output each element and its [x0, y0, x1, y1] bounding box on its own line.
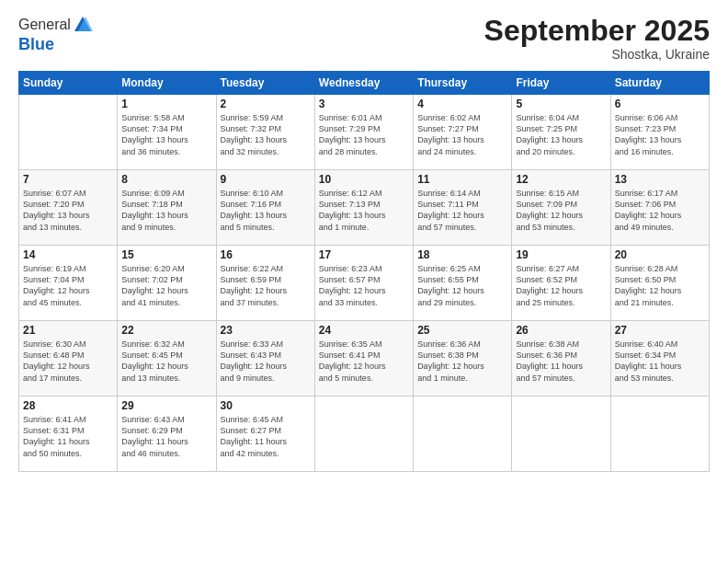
day-number: 9 [221, 173, 311, 186]
day-info: Sunrise: 6:17 AMSunset: 7:06 PMDaylight:… [615, 188, 705, 233]
day-info: Sunrise: 6:25 AMSunset: 6:55 PMDaylight:… [417, 263, 507, 308]
day-number: 3 [319, 98, 409, 110]
day-info: Sunrise: 6:43 AMSunset: 6:29 PMDaylight:… [121, 414, 211, 459]
day-info: Sunrise: 6:12 AMSunset: 7:13 PMDaylight:… [319, 188, 409, 233]
header-tuesday: Tuesday [216, 72, 314, 95]
header-thursday: Thursday [414, 72, 512, 95]
day-number: 24 [319, 324, 409, 337]
table-row: 29Sunrise: 6:43 AMSunset: 6:29 PMDayligh… [118, 396, 216, 472]
day-number: 11 [417, 173, 507, 186]
table-row: 3Sunrise: 6:01 AMSunset: 7:29 PMDaylight… [314, 95, 413, 170]
table-row: 30Sunrise: 6:45 AMSunset: 6:27 PMDayligh… [216, 396, 314, 472]
day-number: 30 [221, 399, 311, 412]
calendar-week-row: 7Sunrise: 6:07 AMSunset: 7:20 PMDaylight… [19, 170, 710, 246]
day-number: 7 [23, 173, 113, 186]
day-info: Sunrise: 6:14 AMSunset: 7:11 PMDaylight:… [417, 188, 507, 233]
table-row: 4Sunrise: 6:02 AMSunset: 7:27 PMDaylight… [414, 95, 512, 170]
table-row: 6Sunrise: 6:06 AMSunset: 7:23 PMDaylight… [610, 95, 709, 170]
calendar-week-row: 14Sunrise: 6:19 AMSunset: 7:04 PMDayligh… [19, 246, 710, 321]
calendar-week-row: 1Sunrise: 5:58 AMSunset: 7:34 PMDaylight… [19, 95, 710, 170]
logo-blue-text: Blue [18, 35, 54, 53]
table-row: 17Sunrise: 6:23 AMSunset: 6:57 PMDayligh… [314, 246, 413, 321]
table-row: 10Sunrise: 6:12 AMSunset: 7:13 PMDayligh… [314, 170, 413, 246]
table-row: 1Sunrise: 5:58 AMSunset: 7:34 PMDaylight… [118, 95, 216, 170]
page: General Blue September 2025 Shostka, Ukr… [0, 0, 728, 563]
table-row: 5Sunrise: 6:04 AMSunset: 7:25 PMDaylight… [512, 95, 610, 170]
day-number: 14 [23, 248, 113, 261]
table-row: 22Sunrise: 6:32 AMSunset: 6:45 PMDayligh… [118, 321, 216, 396]
table-row: 8Sunrise: 6:09 AMSunset: 7:18 PMDaylight… [118, 170, 216, 246]
day-number: 16 [221, 248, 311, 261]
day-number: 20 [615, 248, 705, 261]
day-number: 13 [615, 173, 705, 186]
day-info: Sunrise: 6:23 AMSunset: 6:57 PMDaylight:… [319, 263, 409, 308]
day-number: 10 [319, 173, 409, 186]
day-number: 26 [516, 324, 606, 337]
table-row: 7Sunrise: 6:07 AMSunset: 7:20 PMDaylight… [19, 170, 118, 246]
day-info: Sunrise: 6:06 AMSunset: 7:23 PMDaylight:… [615, 112, 705, 157]
day-info: Sunrise: 6:09 AMSunset: 7:18 PMDaylight:… [121, 188, 211, 233]
day-number: 19 [516, 248, 606, 261]
day-info: Sunrise: 6:45 AMSunset: 6:27 PMDaylight:… [221, 414, 311, 459]
day-info: Sunrise: 6:35 AMSunset: 6:41 PMDaylight:… [319, 339, 409, 384]
logo: General Blue [18, 15, 93, 54]
day-number: 1 [121, 98, 211, 110]
calendar-table: Sunday Monday Tuesday Wednesday Thursday… [18, 71, 710, 472]
day-number: 8 [121, 173, 211, 186]
day-number: 28 [23, 399, 113, 412]
day-number: 21 [23, 324, 113, 337]
table-row: 9Sunrise: 6:10 AMSunset: 7:16 PMDaylight… [216, 170, 314, 246]
day-number: 12 [516, 173, 606, 186]
day-info: Sunrise: 6:32 AMSunset: 6:45 PMDaylight:… [121, 339, 211, 384]
table-row: 27Sunrise: 6:40 AMSunset: 6:34 PMDayligh… [610, 321, 709, 396]
title-block: September 2025 Shostka, Ukraine [484, 15, 710, 62]
day-info: Sunrise: 6:41 AMSunset: 6:31 PMDaylight:… [23, 414, 113, 459]
day-info: Sunrise: 6:01 AMSunset: 7:29 PMDaylight:… [319, 112, 409, 157]
day-info: Sunrise: 6:28 AMSunset: 6:50 PMDaylight:… [615, 263, 705, 308]
table-row: 18Sunrise: 6:25 AMSunset: 6:55 PMDayligh… [414, 246, 512, 321]
table-row [512, 396, 610, 472]
table-row: 20Sunrise: 6:28 AMSunset: 6:50 PMDayligh… [610, 246, 709, 321]
month-title: September 2025 [484, 15, 710, 47]
day-number: 2 [221, 98, 311, 110]
day-number: 17 [319, 248, 409, 261]
table-row: 28Sunrise: 6:41 AMSunset: 6:31 PMDayligh… [19, 396, 118, 472]
logo-icon [73, 15, 93, 35]
day-number: 25 [417, 324, 507, 337]
table-row [610, 396, 709, 472]
table-row [314, 396, 413, 472]
day-info: Sunrise: 6:36 AMSunset: 6:38 PMDaylight:… [417, 339, 507, 384]
day-number: 22 [121, 324, 211, 337]
table-row: 21Sunrise: 6:30 AMSunset: 6:48 PMDayligh… [19, 321, 118, 396]
day-number: 5 [516, 98, 606, 110]
calendar-week-row: 28Sunrise: 6:41 AMSunset: 6:31 PMDayligh… [19, 396, 710, 472]
day-info: Sunrise: 6:02 AMSunset: 7:27 PMDaylight:… [417, 112, 507, 157]
table-row: 2Sunrise: 5:59 AMSunset: 7:32 PMDaylight… [216, 95, 314, 170]
table-row [414, 396, 512, 472]
day-info: Sunrise: 6:40 AMSunset: 6:34 PMDaylight:… [615, 339, 705, 384]
table-row [19, 95, 118, 170]
calendar-header-row: Sunday Monday Tuesday Wednesday Thursday… [19, 72, 710, 95]
day-info: Sunrise: 6:19 AMSunset: 7:04 PMDaylight:… [23, 263, 113, 308]
day-info: Sunrise: 6:22 AMSunset: 6:59 PMDaylight:… [221, 263, 311, 308]
table-row: 15Sunrise: 6:20 AMSunset: 7:02 PMDayligh… [118, 246, 216, 321]
table-row: 14Sunrise: 6:19 AMSunset: 7:04 PMDayligh… [19, 246, 118, 321]
calendar-week-row: 21Sunrise: 6:30 AMSunset: 6:48 PMDayligh… [19, 321, 710, 396]
table-row: 26Sunrise: 6:38 AMSunset: 6:36 PMDayligh… [512, 321, 610, 396]
day-info: Sunrise: 6:38 AMSunset: 6:36 PMDaylight:… [516, 339, 606, 384]
day-info: Sunrise: 6:33 AMSunset: 6:43 PMDaylight:… [221, 339, 311, 384]
table-row: 16Sunrise: 6:22 AMSunset: 6:59 PMDayligh… [216, 246, 314, 321]
day-info: Sunrise: 6:04 AMSunset: 7:25 PMDaylight:… [516, 112, 606, 157]
logo-general-text: General [18, 17, 71, 33]
table-row: 25Sunrise: 6:36 AMSunset: 6:38 PMDayligh… [414, 321, 512, 396]
table-row: 19Sunrise: 6:27 AMSunset: 6:52 PMDayligh… [512, 246, 610, 321]
day-number: 18 [417, 248, 507, 261]
day-info: Sunrise: 5:59 AMSunset: 7:32 PMDaylight:… [221, 112, 311, 157]
table-row: 24Sunrise: 6:35 AMSunset: 6:41 PMDayligh… [314, 321, 413, 396]
table-row: 12Sunrise: 6:15 AMSunset: 7:09 PMDayligh… [512, 170, 610, 246]
day-info: Sunrise: 6:07 AMSunset: 7:20 PMDaylight:… [23, 188, 113, 233]
day-info: Sunrise: 6:27 AMSunset: 6:52 PMDaylight:… [516, 263, 606, 308]
day-number: 4 [417, 98, 507, 110]
day-info: Sunrise: 6:10 AMSunset: 7:16 PMDaylight:… [221, 188, 311, 233]
day-info: Sunrise: 6:30 AMSunset: 6:48 PMDaylight:… [23, 339, 113, 384]
